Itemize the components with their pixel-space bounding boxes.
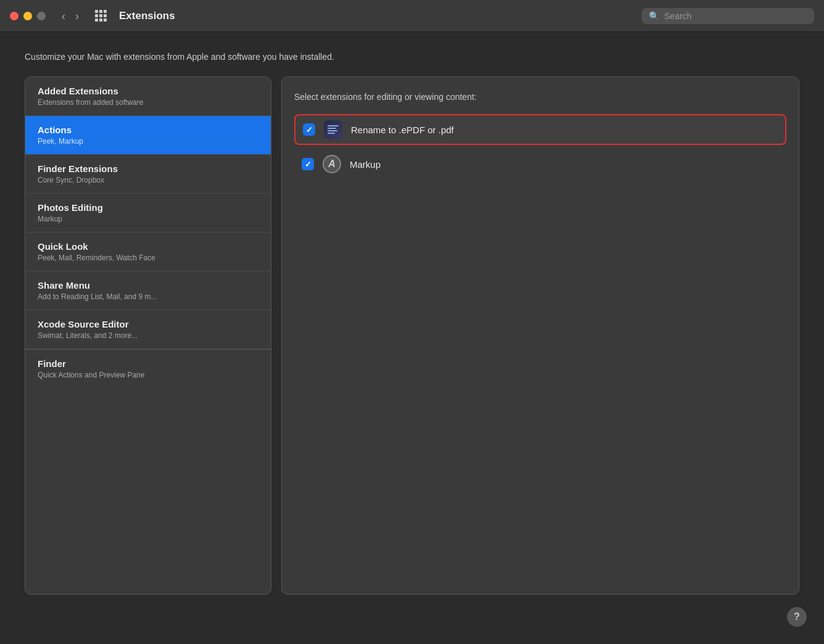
minimize-button[interactable] bbox=[23, 12, 32, 20]
extension-item-rename-pdf[interactable]: ✓ Rename to .ePDF or .pdf bbox=[294, 114, 786, 145]
nav-buttons: ‹ › bbox=[58, 9, 83, 23]
close-button[interactable] bbox=[10, 12, 19, 20]
sidebar-item-subtitle: Peek, Mail, Reminders, Watch Face bbox=[38, 254, 258, 262]
checkmark-icon: ✓ bbox=[306, 125, 313, 134]
titlebar: ‹ › Extensions 🔍 bbox=[0, 0, 824, 32]
forward-button[interactable]: › bbox=[72, 9, 83, 23]
traffic-lights bbox=[10, 12, 46, 20]
search-bar: 🔍 bbox=[641, 8, 814, 24]
sidebar-item-added-extensions[interactable]: Added Extensions Extensions from added s… bbox=[25, 77, 271, 116]
pdf-extension-icon bbox=[324, 120, 342, 139]
checkmark-icon: ✓ bbox=[305, 160, 311, 169]
sidebar-item-title: Finder Extensions bbox=[38, 163, 258, 174]
sidebar-item-actions[interactable]: Actions Peek, Markup bbox=[25, 116, 271, 155]
sidebar-item-subtitle: Core Sync, Dropbox bbox=[38, 176, 258, 184]
sidebar-item-title: Quick Look bbox=[38, 241, 258, 252]
sidebar-item-title: Added Extensions bbox=[38, 86, 258, 96]
sidebar-item-photos-editing[interactable]: Photos Editing Markup bbox=[25, 194, 271, 233]
sidebar-item-share-menu[interactable]: Share Menu Add to Reading List, Mail, an… bbox=[25, 271, 271, 310]
sidebar-item-finder[interactable]: Finder Quick Actions and Preview Pane bbox=[25, 350, 271, 388]
search-input[interactable] bbox=[664, 11, 807, 21]
sidebar-item-subtitle: Extensions from added software bbox=[38, 98, 258, 107]
checkbox-rename-pdf[interactable]: ✓ bbox=[303, 123, 315, 136]
sidebar-item-subtitle: Swimat, Literals, and 2 more... bbox=[38, 331, 258, 340]
sidebar-item-xcode-source-editor[interactable]: Xcode Source Editor Swimat, Literals, an… bbox=[25, 310, 271, 349]
page-title: Extensions bbox=[119, 10, 634, 22]
grid-icon[interactable] bbox=[95, 10, 107, 22]
content-panel: Select extensions for editing or viewing… bbox=[281, 76, 799, 595]
sidebar-item-title: Actions bbox=[38, 125, 258, 135]
panels: Added Extensions Extensions from added s… bbox=[25, 76, 799, 595]
help-button[interactable]: ? bbox=[787, 607, 807, 627]
sidebar-item-quick-look[interactable]: Quick Look Peek, Mail, Reminders, Watch … bbox=[25, 233, 271, 271]
extension-item-markup[interactable]: ✓ A Markup bbox=[294, 149, 786, 180]
maximize-button[interactable] bbox=[37, 12, 46, 20]
sidebar-item-subtitle: Quick Actions and Preview Pane bbox=[38, 371, 258, 379]
sidebar-item-title: Photos Editing bbox=[38, 202, 258, 213]
extension-label: Rename to .ePDF or .pdf bbox=[351, 125, 454, 135]
markup-extension-icon: A bbox=[323, 155, 341, 173]
sidebar-item-title: Share Menu bbox=[38, 280, 258, 291]
content-panel-title: Select extensions for editing or viewing… bbox=[294, 92, 786, 102]
page-description: Customize your Mac with extensions from … bbox=[25, 52, 799, 62]
back-button[interactable]: ‹ bbox=[58, 9, 69, 23]
search-icon: 🔍 bbox=[649, 11, 659, 21]
sidebar-item-subtitle: Add to Reading List, Mail, and 9 m... bbox=[38, 292, 258, 301]
sidebar-item-title: Xcode Source Editor bbox=[38, 319, 258, 329]
sidebar-item-title: Finder bbox=[38, 358, 258, 369]
sidebar-item-finder-extensions[interactable]: Finder Extensions Core Sync, Dropbox bbox=[25, 155, 271, 194]
sidebar-item-subtitle: Markup bbox=[38, 215, 258, 223]
sidebar-item-subtitle: Peek, Markup bbox=[38, 137, 258, 146]
sidebar-panel: Added Extensions Extensions from added s… bbox=[25, 76, 271, 595]
extension-label: Markup bbox=[350, 159, 381, 170]
checkbox-markup[interactable]: ✓ bbox=[302, 158, 314, 170]
main-content: Customize your Mac with extensions from … bbox=[0, 32, 824, 607]
